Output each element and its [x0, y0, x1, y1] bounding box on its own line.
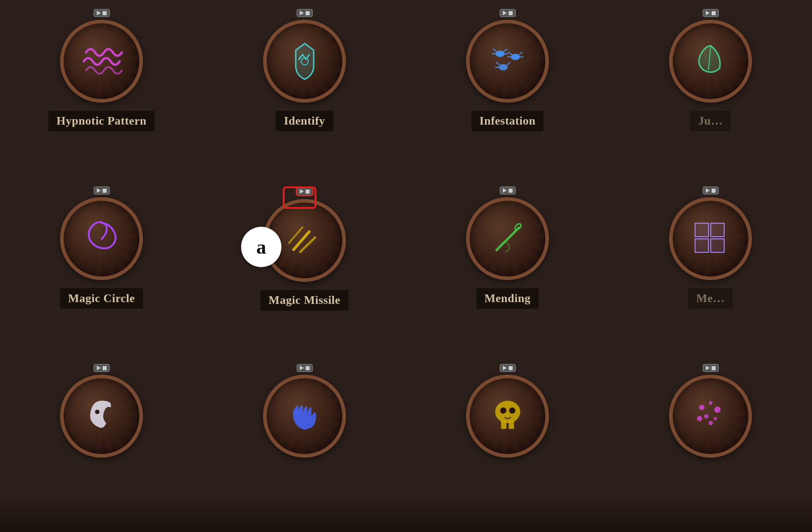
svg-point-6 [511, 54, 520, 60]
svg-line-19 [497, 228, 519, 250]
svg-point-11 [499, 64, 508, 70]
medallion-partial2[interactable] [669, 197, 752, 280]
playback-controls-partial2[interactable] [703, 186, 719, 195]
playback-controls-row3-3[interactable] [500, 364, 516, 372]
medallion-partial1[interactable] [669, 20, 752, 103]
svg-rect-24 [711, 239, 724, 252]
spell-cell-magic-missile: Magic Missile a [203, 177, 406, 355]
svg-point-35 [713, 417, 717, 420]
annotation-text: a [256, 236, 266, 259]
svg-point-30 [509, 407, 515, 414]
spell-label-mending: Mending [476, 288, 539, 309]
spell-cell-row3-2 [203, 355, 406, 532]
svg-point-34 [704, 414, 708, 419]
spell-cell-row3-1 [0, 355, 203, 532]
playback-controls-infestation[interactable] [500, 9, 516, 17]
stop-button[interactable] [103, 366, 107, 370]
spell-label-magic-missile: Magic Missile [260, 290, 348, 311]
playback-controls-hypnotic[interactable] [94, 9, 110, 17]
spell-icon-area [466, 9, 549, 103]
annotation-letter: a [241, 227, 281, 267]
svg-point-32 [709, 401, 713, 405]
stop-button[interactable] [509, 189, 513, 193]
play-button[interactable] [706, 366, 710, 370]
play-button[interactable] [706, 188, 710, 193]
svg-rect-28 [509, 421, 514, 429]
spell-cell-partial-1: Ju… [609, 0, 812, 177]
medallion-row3-4[interactable] [669, 375, 752, 458]
spell-label-magic-circle: Magic Circle [60, 288, 143, 309]
play-button[interactable] [97, 11, 101, 15]
svg-point-36 [697, 416, 702, 421]
stop-button[interactable] [509, 366, 513, 370]
stop-button[interactable] [712, 11, 716, 15]
stop-button[interactable] [509, 11, 513, 15]
medallion-infestation[interactable] [466, 20, 549, 103]
stop-button[interactable] [306, 366, 310, 370]
medallion-row3-2[interactable] [263, 375, 346, 458]
svg-point-31 [699, 405, 704, 410]
svg-line-14 [507, 62, 510, 65]
svg-line-2 [493, 49, 497, 52]
svg-point-33 [714, 407, 721, 413]
spell-cell-magic-circle: Magic Circle [0, 177, 203, 355]
svg-rect-21 [695, 223, 708, 237]
play-button[interactable] [503, 366, 507, 370]
play-button[interactable] [503, 11, 507, 15]
spell-icon-area [669, 9, 752, 103]
svg-line-7 [508, 52, 512, 55]
spell-icon-area [669, 186, 752, 280]
playback-controls-mending[interactable] [500, 186, 516, 195]
svg-line-9 [519, 52, 523, 55]
medallion-identify[interactable] [263, 20, 346, 103]
stop-button[interactable] [306, 11, 310, 15]
spell-cell-mending: Mending [406, 177, 609, 355]
spell-icon-area [60, 186, 143, 280]
play-button[interactable] [97, 366, 101, 370]
stop-button[interactable] [712, 189, 716, 193]
svg-line-4 [504, 49, 507, 52]
playback-controls-row3-2[interactable] [297, 364, 313, 372]
spell-label-partial2: Me… [688, 288, 733, 309]
stop-button[interactable] [103, 189, 107, 193]
spell-icon-area [263, 9, 346, 103]
medallion-row3-1[interactable] [60, 375, 143, 458]
play-button[interactable] [300, 366, 304, 370]
svg-rect-23 [695, 239, 708, 252]
spell-icon-area [466, 364, 549, 458]
playback-controls-row3-4[interactable] [703, 364, 719, 372]
spell-icon-area [263, 364, 346, 458]
spell-cell-partial-2: Me… [609, 177, 812, 355]
medallion-mending[interactable] [466, 197, 549, 280]
play-button[interactable] [503, 188, 507, 193]
play-button[interactable] [97, 188, 101, 193]
svg-point-26 [495, 401, 520, 423]
playback-controls-magic-circle[interactable] [94, 186, 110, 195]
svg-point-25 [95, 410, 99, 414]
svg-point-37 [708, 421, 713, 425]
spell-icon-area [60, 364, 143, 458]
medallion-row3-3[interactable] [466, 375, 549, 458]
svg-point-29 [500, 407, 506, 414]
playback-controls-identify[interactable] [297, 9, 313, 17]
spell-label-partial1: Ju… [690, 111, 731, 131]
medallion-hypnotic[interactable] [60, 20, 143, 103]
spell-label-hypnotic: Hypnotic Pattern [48, 111, 155, 131]
spell-cell-hypnotic-pattern: Hypnotic Pattern [0, 0, 203, 177]
medallion-magic-circle[interactable] [60, 197, 143, 280]
spell-icon-area [60, 9, 143, 103]
playback-controls-partial1[interactable] [703, 9, 719, 17]
spell-cell-row3-4 [609, 355, 812, 532]
spell-cell-identify: Identify [203, 0, 406, 177]
svg-point-20 [514, 222, 522, 230]
spell-icon-area [466, 186, 549, 280]
spell-cell-row3-3 [406, 355, 609, 532]
play-button[interactable] [706, 11, 710, 15]
spell-cell-infestation: Infestation [406, 0, 609, 177]
stop-button[interactable] [103, 11, 107, 15]
spell-grid: Hypnotic Pattern [0, 0, 812, 532]
svg-line-12 [496, 62, 500, 65]
playback-controls-row3-1[interactable] [94, 364, 110, 372]
stop-button[interactable] [712, 366, 716, 370]
play-button[interactable] [300, 11, 304, 15]
